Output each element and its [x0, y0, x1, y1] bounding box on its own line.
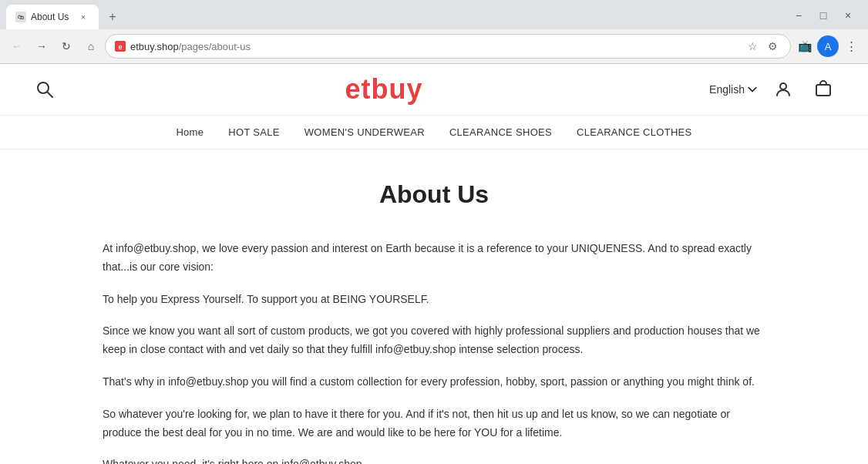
close-button[interactable]: × [837, 5, 859, 26]
address-path: /pages/about-us [179, 41, 251, 52]
address-domain: etbuy.shop [130, 41, 179, 52]
page-content: About Us At info@etbuy.shop, we love eve… [0, 150, 868, 464]
back-button[interactable]: ← [6, 35, 28, 57]
new-tab-button[interactable]: + [102, 6, 123, 28]
address-text: etbuy.shop/pages/about-us [130, 41, 739, 52]
content-body: At info@etbuy.shop, we love every passio… [103, 240, 765, 464]
address-bar[interactable]: e etbuy.shop/pages/about-us ☆ ⚙ [105, 34, 791, 59]
browser-action-icons: 📺 A ⋮ [794, 35, 862, 57]
menu-icon[interactable]: ⋮ [840, 35, 862, 57]
tab-favicon: 🛍 [15, 12, 26, 22]
chevron-down-icon [748, 85, 757, 94]
site-logo: etbuy [345, 73, 423, 106]
content-paragraph-5: So whatever you're looking for, we plan … [103, 405, 765, 442]
content-paragraph-6: Whatever you need, it's right here on in… [103, 456, 765, 464]
content-paragraph-1: At info@etbuy.shop, we love every passio… [103, 240, 765, 277]
account-icon [774, 80, 792, 99]
profile-icon[interactable]: A [817, 35, 839, 57]
nav-womens-underwear[interactable]: WOMEN'S UNDERWEAR [304, 123, 425, 141]
language-label: English [709, 83, 745, 96]
address-bar-icons: ☆ ⚙ [744, 38, 781, 55]
header-icons: English [709, 76, 837, 103]
nav-clearance-shoes[interactable]: CLEARANCE SHOES [449, 123, 552, 141]
site-header: etbuy English Home HOT SALE WOMEN [0, 64, 868, 150]
search-icon [36, 81, 53, 98]
content-paragraph-3: Since we know you want all sort of custo… [103, 322, 765, 359]
svg-line-3 [47, 92, 52, 97]
forward-button[interactable]: → [31, 35, 52, 57]
cast-icon[interactable]: 📺 [794, 35, 816, 57]
browser-controls: ← → ↻ ⌂ e etbuy.shop/pages/about-us ☆ ⚙ … [0, 29, 868, 63]
active-tab[interactable]: 🛍 About Us × [6, 5, 99, 29]
browser-chrome: 🛍 About Us × + − □ × ← → ↻ ⌂ e etbuy.sho… [0, 0, 868, 64]
page-title: About Us [93, 180, 775, 209]
language-selector[interactable]: English [709, 83, 757, 96]
site-top-bar: etbuy English [0, 64, 868, 115]
home-button[interactable]: ⌂ [80, 35, 102, 57]
site-favicon: e [115, 41, 126, 52]
bookmark-icon[interactable]: ☆ [744, 38, 761, 55]
cart-button[interactable] [809, 76, 837, 103]
svg-rect-5 [816, 85, 830, 96]
extension-icon[interactable]: ⚙ [764, 38, 781, 55]
account-button[interactable] [769, 76, 797, 103]
tab-bar: 🛍 About Us × + − □ × [0, 0, 868, 29]
search-button[interactable] [31, 76, 59, 103]
svg-point-4 [780, 83, 786, 89]
nav-hot-sale[interactable]: HOT SALE [228, 123, 279, 141]
content-paragraph-2: To help you Express Yourself. To support… [103, 291, 765, 309]
minimize-button[interactable]: − [788, 5, 809, 26]
navigation-bar: Home HOT SALE WOMEN'S UNDERWEAR CLEARANC… [0, 115, 868, 149]
tab-title: About Us [31, 12, 72, 22]
content-paragraph-4: That's why in info@etbuy.shop you will f… [103, 373, 765, 392]
tab-close-button[interactable]: × [77, 11, 89, 23]
svg-text:e: e [118, 43, 122, 51]
nav-clearance-clothes[interactable]: CLEARANCE CLOTHES [577, 123, 692, 141]
reload-button[interactable]: ↻ [56, 35, 77, 57]
nav-home[interactable]: Home [176, 123, 204, 141]
cart-icon [813, 80, 833, 99]
maximize-button[interactable]: □ [812, 5, 834, 26]
